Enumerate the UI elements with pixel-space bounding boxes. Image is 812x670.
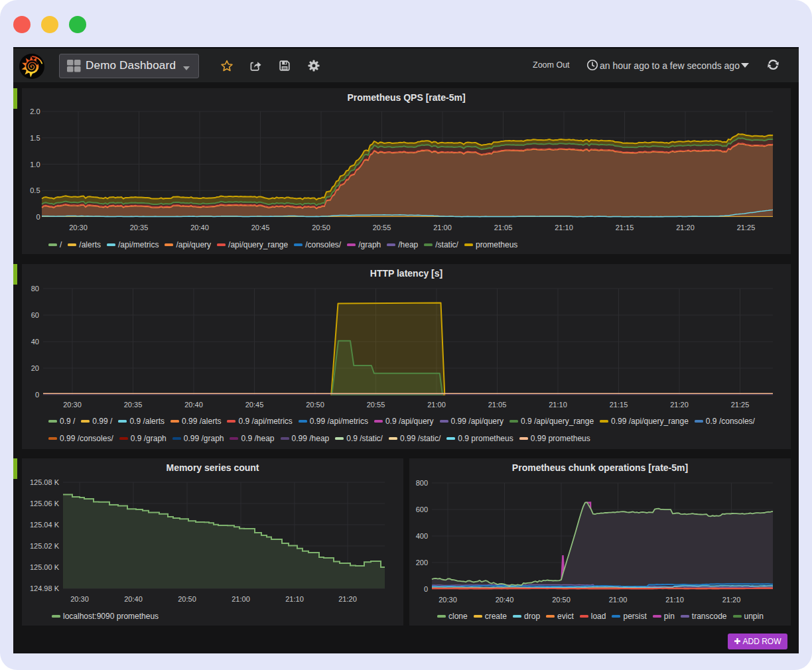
svg-text:21:00: 21:00 [609,596,628,604]
svg-text:20:40: 20:40 [124,595,143,603]
svg-text:21:10: 21:10 [549,401,567,409]
svg-text:20:40: 20:40 [496,596,514,604]
svg-text:20:35: 20:35 [124,401,143,409]
svg-text:21:15: 21:15 [610,401,628,409]
svg-text:20:40: 20:40 [184,401,203,409]
svg-text:125.08 K: 125.08 K [30,478,60,486]
svg-text:20:30: 20:30 [439,596,457,604]
svg-text:21:15: 21:15 [616,224,634,232]
svg-text:20:30: 20:30 [63,401,82,409]
svg-text:0: 0 [36,213,40,221]
svg-text:20:50: 20:50 [552,596,571,604]
svg-text:21:25: 21:25 [737,224,756,232]
svg-text:21:20: 21:20 [722,596,741,604]
svg-text:40: 40 [31,338,39,346]
svg-text:21:20: 21:20 [338,595,357,603]
svg-text:1.5: 1.5 [30,134,40,142]
svg-text:21:00: 21:00 [433,224,452,232]
svg-text:20:50: 20:50 [312,224,330,232]
svg-text:20:35: 20:35 [130,224,149,232]
svg-text:400: 400 [416,532,428,540]
svg-text:21:05: 21:05 [494,224,513,232]
svg-text:20:50: 20:50 [178,595,196,603]
svg-text:0.5: 0.5 [30,186,40,194]
svg-text:20:45: 20:45 [245,401,264,409]
svg-text:20:30: 20:30 [69,224,88,232]
svg-text:125.04 K: 125.04 K [30,521,60,529]
svg-text:0: 0 [35,391,39,399]
svg-text:2.0: 2.0 [30,107,40,115]
svg-text:20:50: 20:50 [306,401,324,409]
svg-text:125.02 K: 125.02 K [30,542,60,550]
svg-text:21:00: 21:00 [232,595,250,603]
svg-text:21:20: 21:20 [670,401,689,409]
svg-text:21:05: 21:05 [488,401,507,409]
svg-text:600: 600 [416,505,428,513]
svg-text:20: 20 [31,364,39,372]
svg-text:21:25: 21:25 [731,401,750,409]
svg-text:20:30: 20:30 [70,595,89,603]
svg-text:800: 800 [416,479,428,487]
svg-text:0: 0 [424,585,428,593]
svg-text:20:55: 20:55 [367,401,385,409]
svg-text:20:40: 20:40 [190,224,209,232]
svg-text:20:55: 20:55 [373,224,391,232]
svg-text:200: 200 [416,559,428,567]
svg-text:125.00 K: 125.00 K [30,563,60,571]
svg-text:21:00: 21:00 [427,401,446,409]
svg-text:125.06 K: 125.06 K [30,500,60,507]
svg-text:21:10: 21:10 [665,596,684,604]
svg-text:1.0: 1.0 [30,161,40,168]
svg-text:124.98 K: 124.98 K [30,584,60,592]
svg-text:21:10: 21:10 [285,595,304,603]
svg-text:80: 80 [31,285,39,293]
svg-text:21:20: 21:20 [676,224,695,232]
svg-text:20:45: 20:45 [251,224,270,232]
svg-text:21:10: 21:10 [555,224,573,232]
svg-text:60: 60 [31,311,39,319]
